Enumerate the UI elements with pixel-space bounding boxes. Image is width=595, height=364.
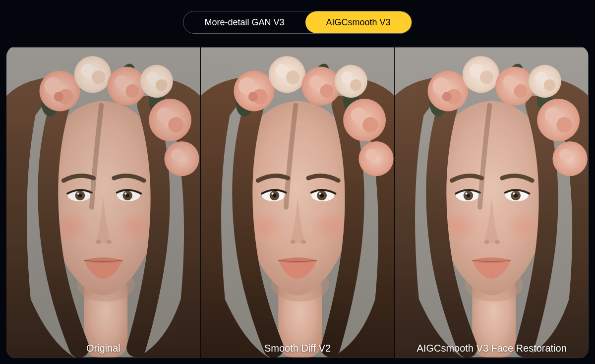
svg-rect-38 <box>395 46 589 359</box>
portrait-image-smooth-v2 <box>201 46 395 359</box>
svg-rect-37 <box>6 46 200 359</box>
panel-original: Original <box>6 46 200 359</box>
portrait-image-original <box>6 46 200 359</box>
portrait-image-aigc-v3 <box>395 46 589 359</box>
panel-aigcsmooth-v3: AIGCsmooth V3 Face Restoration <box>394 46 589 359</box>
panel-smooth-diff-v2: Smooth Diff V2 <box>200 46 395 359</box>
app-root: More-detail GAN V3 AIGCsmooth V3 <box>0 0 595 364</box>
model-tabs: More-detail GAN V3 AIGCsmooth V3 <box>183 11 412 34</box>
caption-smooth-diff-v2: Smooth Diff V2 <box>201 343 395 354</box>
tab-aigcsmooth-v3[interactable]: AIGCsmooth V3 <box>305 11 412 33</box>
comparison-gallery: Original Smooth Diff V2 AIGCsmooth V3 Fa… <box>6 46 589 359</box>
caption-original: Original <box>6 343 200 354</box>
caption-aigcsmooth-v3: AIGCsmooth V3 Face Restoration <box>395 343 589 354</box>
tab-more-detail-gan-v3[interactable]: More-detail GAN V3 <box>183 11 305 33</box>
